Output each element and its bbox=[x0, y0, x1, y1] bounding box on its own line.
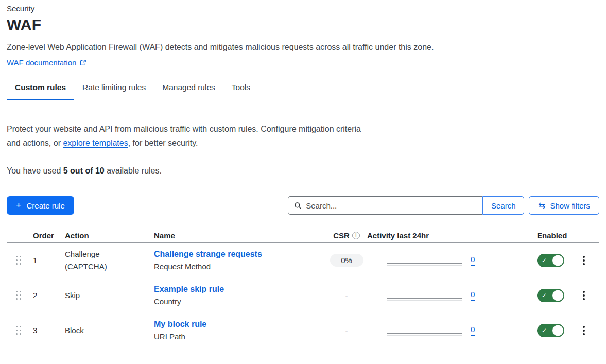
tab-rate-limiting-rules[interactable]: Rate limiting rules bbox=[74, 83, 154, 100]
breadcrumb: Security bbox=[7, 4, 599, 13]
csr-value: - bbox=[345, 326, 348, 335]
drag-handle[interactable] bbox=[16, 326, 22, 335]
info-icon[interactable]: i bbox=[352, 232, 360, 239]
rule-enabled-cell: ✓ bbox=[537, 289, 581, 302]
activity-sparkline bbox=[387, 263, 462, 266]
tab-managed-rules[interactable]: Managed rules bbox=[154, 83, 223, 100]
activity-count-link[interactable]: 0 bbox=[471, 325, 475, 336]
search-box bbox=[288, 196, 482, 215]
search-button[interactable]: Search bbox=[482, 196, 524, 215]
enabled-toggle[interactable]: ✓ bbox=[537, 324, 564, 337]
check-icon: ✓ bbox=[542, 257, 547, 264]
column-header-enabled: Enabled bbox=[537, 231, 581, 240]
create-rule-button[interactable]: + Create rule bbox=[7, 196, 74, 215]
show-filters-button[interactable]: ⇆ Show filters bbox=[529, 196, 599, 215]
external-link-icon bbox=[80, 59, 86, 66]
kebab-menu[interactable] bbox=[581, 288, 587, 303]
usage-after: available rules. bbox=[105, 166, 162, 175]
rule-csr-cell: 0% bbox=[326, 254, 367, 267]
tab-tools[interactable]: Tools bbox=[223, 83, 258, 100]
intro-after: , for better security. bbox=[128, 138, 198, 147]
csr-badge: 0% bbox=[330, 254, 363, 267]
column-header-action: Action bbox=[65, 231, 154, 240]
rule-activity-cell: 0 bbox=[367, 255, 484, 266]
rule-csr-cell: - bbox=[326, 291, 367, 300]
enabled-toggle[interactable]: ✓ bbox=[537, 289, 564, 302]
usage-before: You have used bbox=[7, 166, 63, 175]
check-icon: ✓ bbox=[542, 327, 547, 334]
check-icon: ✓ bbox=[542, 292, 547, 299]
drag-handle[interactable] bbox=[16, 256, 22, 265]
waf-documentation-label: WAF documentation bbox=[7, 58, 76, 67]
csr-value: - bbox=[345, 291, 348, 300]
rule-order: 3 bbox=[33, 326, 65, 335]
usage-count: 5 out of 10 bbox=[63, 166, 105, 175]
search-input[interactable] bbox=[306, 201, 477, 210]
toggle-knob bbox=[552, 324, 564, 336]
search-icon bbox=[294, 202, 302, 210]
rule-action: Block bbox=[65, 324, 154, 337]
search-group: Search bbox=[288, 196, 524, 215]
rule-action: Skip bbox=[65, 289, 154, 302]
column-header-order: Order bbox=[33, 231, 65, 240]
waf-page: Security WAF Zone-level Web Application … bbox=[0, 0, 606, 348]
intro-text: Protect your website and API from malici… bbox=[7, 122, 367, 150]
create-rule-label: Create rule bbox=[27, 201, 65, 210]
table-row: 1 Challenge (CAPTCHA) Challenge strange … bbox=[7, 243, 599, 278]
rule-menu-cell bbox=[581, 323, 599, 338]
activity-count-link[interactable]: 0 bbox=[471, 255, 475, 266]
rule-name-cell: Challenge strange requests Request Metho… bbox=[154, 248, 326, 272]
column-header-activity: Activity last 24hr bbox=[367, 231, 484, 240]
activity-sparkline bbox=[387, 333, 462, 336]
rule-csr-cell: - bbox=[326, 326, 367, 335]
rule-action: Challenge (CAPTCHA) bbox=[65, 248, 154, 273]
rule-field: URI Path bbox=[154, 331, 326, 342]
rule-order: 2 bbox=[33, 291, 65, 300]
drag-handle[interactable] bbox=[16, 291, 22, 300]
rule-field: Request Method bbox=[154, 261, 326, 272]
doc-link-row: WAF documentation bbox=[7, 58, 599, 67]
kebab-menu[interactable] bbox=[581, 323, 587, 338]
rule-field: Country bbox=[154, 296, 326, 307]
table-row: 2 Skip Example skip rule Country - 0 ✓ bbox=[7, 278, 599, 313]
rule-name-link[interactable]: Challenge strange requests bbox=[154, 248, 262, 261]
waf-documentation-link[interactable]: WAF documentation bbox=[7, 58, 86, 67]
rule-name-cell: Example skip rule Country bbox=[154, 283, 326, 307]
table-header: Order Action Name CSR i Activity last 24… bbox=[7, 228, 599, 243]
toolbar: + Create rule Search ⇆ Show filters bbox=[7, 196, 599, 215]
page-title: WAF bbox=[7, 16, 599, 33]
rule-menu-cell bbox=[581, 288, 599, 303]
column-header-csr: CSR i bbox=[326, 231, 367, 240]
rule-name-link[interactable]: Example skip rule bbox=[154, 283, 224, 296]
tab-custom-rules[interactable]: Custom rules bbox=[7, 83, 74, 100]
activity-count-link[interactable]: 0 bbox=[471, 290, 475, 301]
rule-menu-cell bbox=[581, 253, 599, 268]
table-row: 3 Block My block rule URI Path - 0 ✓ bbox=[7, 313, 599, 348]
show-filters-label: Show filters bbox=[550, 201, 590, 210]
rule-order: 1 bbox=[33, 256, 65, 265]
explore-templates-link[interactable]: explore templates bbox=[63, 138, 128, 147]
rule-name-cell: My block rule URI Path bbox=[154, 318, 326, 342]
swap-arrows-icon: ⇆ bbox=[538, 201, 545, 210]
usage-text: You have used 5 out of 10 available rule… bbox=[7, 166, 599, 176]
rule-activity-cell: 0 bbox=[367, 290, 484, 301]
rule-activity-cell: 0 bbox=[367, 325, 484, 336]
page-description: Zone-level Web Application Firewall (WAF… bbox=[7, 43, 599, 52]
toggle-knob bbox=[552, 289, 564, 301]
rule-enabled-cell: ✓ bbox=[537, 324, 581, 337]
csr-header-label: CSR bbox=[333, 231, 350, 240]
column-header-name: Name bbox=[154, 231, 326, 240]
kebab-menu[interactable] bbox=[581, 253, 587, 268]
plus-icon: + bbox=[16, 201, 22, 210]
tab-bar: Custom rules Rate limiting rules Managed… bbox=[7, 83, 599, 100]
enabled-toggle[interactable]: ✓ bbox=[537, 254, 564, 267]
toolbar-right: Search ⇆ Show filters bbox=[288, 196, 599, 215]
toggle-knob bbox=[552, 254, 564, 266]
rules-table: Order Action Name CSR i Activity last 24… bbox=[7, 228, 599, 348]
activity-sparkline bbox=[387, 298, 462, 301]
rule-enabled-cell: ✓ bbox=[537, 254, 581, 267]
rule-name-link[interactable]: My block rule bbox=[154, 318, 206, 331]
